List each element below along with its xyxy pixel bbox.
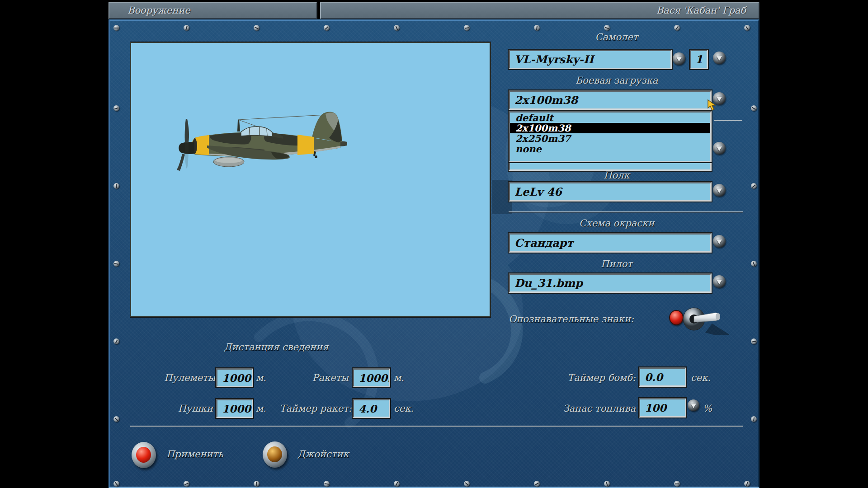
aircraft-count-field[interactable]: 1	[690, 50, 708, 69]
paint-select[interactable]: Стандарт	[509, 233, 712, 253]
markings-label: Опознавательные знаки:	[509, 314, 634, 324]
machineguns-label: Пулеметы	[164, 372, 213, 383]
screw-icon	[113, 105, 119, 111]
screw-icon	[674, 481, 680, 487]
arming-screen: Вооружение Вася 'Кабан' Граб	[0, 0, 868, 488]
screw-icon	[744, 25, 750, 31]
screw-icon	[113, 416, 119, 422]
player-name: Вася 'Кабан' Граб	[656, 5, 746, 16]
loadout-option[interactable]: 2x250m37	[510, 133, 710, 144]
screw-icon	[751, 261, 757, 267]
screw-icon	[464, 25, 470, 31]
screw-icon	[113, 338, 119, 344]
loadout-heading: Боевая загрузка	[509, 75, 725, 86]
screw-icon	[254, 481, 259, 487]
tab-weapons-label: Вооружение	[127, 5, 190, 16]
rockets-label: Ракеты	[300, 372, 349, 383]
fuel-field[interactable]: 100	[639, 398, 686, 418]
aircraft-count-arrow-icon[interactable]	[713, 52, 726, 64]
machineguns-field[interactable]: 1000.0	[216, 368, 253, 387]
loadout-option-selected[interactable]: 2x100m38	[510, 123, 710, 133]
screw-icon	[674, 25, 680, 31]
joystick-label: Джойстик	[297, 449, 349, 460]
divider-line	[714, 120, 742, 121]
tab-weapons[interactable]: Вооружение	[108, 2, 317, 19]
apply-red-button-icon	[136, 447, 151, 463]
loadout-option[interactable]: default	[510, 113, 710, 123]
loadout-select[interactable]: 2x100m38	[509, 90, 712, 110]
joystick-button[interactable]	[263, 441, 287, 468]
regiment-select[interactable]: LeLv 46	[509, 182, 712, 202]
machineguns-unit: м.	[256, 372, 266, 383]
screw-icon	[534, 25, 540, 31]
bomb-timer-label: Таймер бомб:	[562, 372, 636, 383]
apply-button[interactable]	[132, 442, 156, 468]
bomb-timer-unit: сек.	[691, 372, 711, 383]
arming-panel: Самолет VL-Myrsky-II 1 Боевая загрузка 2…	[108, 19, 760, 488]
pilot-select[interactable]: Du_31.bmp	[509, 273, 712, 293]
screw-icon	[394, 25, 400, 31]
screw-icon	[394, 481, 400, 487]
cannons-field[interactable]: 1000.0	[216, 399, 253, 418]
rockets-unit: м.	[394, 372, 404, 383]
rockets-field[interactable]: 1000.0	[353, 368, 390, 387]
regiment-dropdown-arrow-icon[interactable]	[713, 184, 726, 197]
fuel-unit: %	[703, 403, 712, 414]
screw-icon	[604, 481, 610, 487]
aircraft-select[interactable]: VL-Myrsky-II	[509, 50, 672, 69]
aircraft-heading: Самолет	[509, 32, 725, 42]
screw-icon	[751, 183, 757, 189]
regiment-heading: Полк	[509, 170, 725, 181]
screw-icon	[113, 183, 119, 189]
convergence-heading: Дистанция сведения	[204, 342, 349, 352]
fuel-label: Запас топлива	[557, 403, 636, 414]
screw-icon	[604, 25, 610, 31]
apply-label: Применить	[166, 449, 223, 460]
screw-icon	[113, 25, 119, 31]
player-name-bar: Вася 'Кабан' Граб	[320, 2, 760, 19]
aircraft-dropdown-arrow-icon[interactable]	[673, 52, 685, 65]
secondary-dropdown-arrow-icon[interactable]	[713, 142, 726, 155]
loadout-option[interactable]: none	[510, 144, 710, 154]
screw-icon	[534, 481, 540, 487]
screw-icon	[184, 25, 189, 31]
markings-toggle-switch[interactable]	[680, 305, 730, 335]
divider-line	[130, 426, 743, 427]
screw-icon	[113, 261, 119, 267]
paint-heading: Схема окраски	[509, 218, 725, 229]
bomb-timer-field[interactable]: 0.0	[639, 367, 686, 387]
pilot-heading: Пилот	[509, 258, 725, 269]
mouse-cursor-icon	[708, 99, 717, 111]
screw-icon	[751, 338, 757, 344]
rocket-timer-label: Таймер ракет:	[278, 403, 352, 414]
joystick-amber-button-icon	[267, 446, 282, 462]
screw-icon	[464, 481, 470, 487]
aircraft-image	[131, 43, 490, 316]
paint-dropdown-arrow-icon[interactable]	[713, 235, 726, 248]
screw-icon	[324, 25, 330, 31]
loadout-option-list: default 2x100m38 2x250m37 none	[509, 111, 712, 162]
cannons-label: Пушки	[164, 403, 213, 414]
aircraft-preview	[130, 42, 491, 317]
screw-icon	[254, 25, 259, 31]
cannons-unit: м.	[256, 403, 266, 414]
screw-icon	[751, 416, 757, 422]
rocket-timer-field[interactable]: 4.0	[353, 399, 390, 418]
rocket-timer-unit: сек.	[394, 403, 414, 414]
fuel-arrow-icon[interactable]	[688, 399, 699, 411]
divider-line	[509, 211, 743, 212]
screw-icon	[751, 105, 757, 111]
screw-icon	[744, 481, 750, 487]
screw-icon	[113, 481, 119, 487]
screw-icon	[324, 481, 330, 487]
screw-icon	[184, 481, 189, 487]
pilot-dropdown-arrow-icon[interactable]	[713, 275, 726, 288]
